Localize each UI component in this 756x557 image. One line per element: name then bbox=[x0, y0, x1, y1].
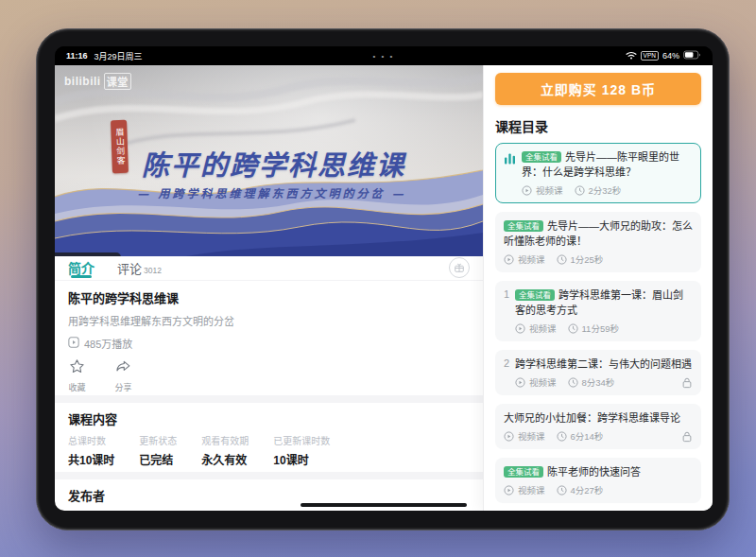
wifi-icon bbox=[626, 51, 637, 61]
episode-item[interactable]: 2 跨学科思维第二课：与伟大的问题相遇 视频课 8分34秒 bbox=[495, 350, 701, 395]
stat-update-status: 更新状态 已完结 bbox=[139, 433, 177, 467]
lock-icon bbox=[681, 376, 693, 389]
episode-meta: 视频课 8分34秒 bbox=[515, 375, 693, 389]
status-date: 3月29日周三 bbox=[94, 50, 143, 62]
publisher-title: 发布者 bbox=[68, 486, 470, 504]
trial-badge: 全集试看 bbox=[504, 466, 543, 478]
clock-icon bbox=[575, 185, 585, 196]
section-divider bbox=[55, 472, 483, 479]
multitask-dots-icon[interactable]: • • • bbox=[373, 52, 395, 61]
course-info: 陈平的跨学科思维课 用跨学科思维理解东西方文明的分岔 485万播放 bbox=[55, 281, 483, 395]
play-count-icon bbox=[68, 337, 79, 350]
favorite-button[interactable]: 收藏 bbox=[68, 357, 86, 393]
app-content: bilibili 课堂 眉山剑客 陈平的跨学科思维课 — 用跨学科思维理解东西方… bbox=[55, 65, 713, 511]
bilibili-wordmark: bilibili bbox=[64, 75, 101, 88]
episode-title: 大师兄的小灶加餐：跨学科思维课导论 bbox=[504, 410, 693, 426]
clock-icon bbox=[568, 377, 578, 388]
clock-icon bbox=[557, 431, 567, 442]
trial-badge: 全集试看 bbox=[515, 289, 555, 301]
episode-list: 全集试看先导片——陈平眼里的世界：什么是跨学科思维？ 视频课 2分32秒 bbox=[495, 143, 701, 511]
episode-title: 跨学科思维第二课：与伟大的问题相遇 bbox=[515, 357, 693, 372]
battery-icon bbox=[683, 50, 701, 61]
share-icon bbox=[114, 357, 132, 379]
catalog-title: 课程目录 bbox=[495, 116, 701, 135]
play-circle-icon bbox=[504, 485, 514, 496]
play-circle-icon bbox=[504, 254, 514, 265]
episode-item[interactable]: 大师兄的小灶加餐：跨学科思维课导论 视频课 6分14秒 bbox=[495, 404, 701, 449]
star-icon bbox=[68, 357, 86, 379]
course-content-title: 课程内容 bbox=[68, 409, 470, 427]
favorite-label: 收藏 bbox=[68, 381, 85, 393]
course-stats: 总课时数 共10课时 更新状态 已完结 观看有效期 永久有效 已更新课时数 bbox=[68, 433, 470, 467]
episode-item[interactable]: 全集试看陈平老师的快速问答 视频课 4分27秒 bbox=[495, 458, 701, 503]
episode-title: 全集试看陈平老师的快速问答 bbox=[504, 464, 693, 479]
play-circle-icon bbox=[504, 431, 514, 442]
episode-title: 全集试看先导片——大师兄的助攻：怎么听懂陈老师的课！ bbox=[504, 218, 693, 249]
episode-number: 2 bbox=[504, 357, 515, 389]
course-title: 陈平的跨学科思维课 bbox=[68, 288, 470, 306]
cover-subtitle: — 用跨学科思维理解东西方文明的分岔 — bbox=[74, 184, 470, 200]
trial-badge: 全集试看 bbox=[522, 151, 561, 163]
promo-badge-icon[interactable] bbox=[449, 257, 470, 278]
episode-item[interactable]: 全集试看先导片——大师兄的助攻：怎么听懂陈老师的课！ 视频课 1分25秒 bbox=[495, 212, 701, 272]
episode-title: 全集试看先导片——陈平眼里的世界：什么是跨学科思维？ bbox=[522, 149, 693, 180]
tab-bar: 简介 评论 3012 bbox=[55, 256, 483, 281]
play-circle-icon bbox=[515, 377, 525, 388]
share-label: 分享 bbox=[114, 381, 131, 393]
catalog-panel: 立即购买 128 B币 课程目录 全集试看先导片——陈平眼里的世界：什么是跨学科… bbox=[483, 65, 713, 511]
play-circle-icon bbox=[522, 185, 532, 196]
tab-comments-label: 评论 bbox=[117, 259, 142, 277]
status-time: 11:16 bbox=[66, 51, 88, 61]
episode-number: 1 bbox=[504, 287, 515, 335]
stat-updated-lessons: 已更新课时数 10课时 bbox=[273, 433, 330, 467]
episode-meta: 视频课 2分32秒 bbox=[522, 183, 693, 197]
episode-item[interactable]: 1 全集试看跨学科思维第一课：眉山剑客的思考方式 视频课 11分59秒 bbox=[495, 281, 701, 341]
course-subtitle: 用跨学科思维理解东西方文明的分岔 bbox=[68, 313, 470, 328]
home-indicator[interactable] bbox=[301, 503, 467, 507]
tab-intro[interactable]: 简介 bbox=[68, 256, 94, 280]
ketang-box: 课堂 bbox=[104, 73, 131, 90]
battery-percent: 64% bbox=[662, 51, 679, 61]
cover-title: 陈平的跨学科思维课 bbox=[93, 143, 455, 183]
play-circle-icon bbox=[515, 323, 525, 334]
now-playing-icon bbox=[504, 151, 516, 197]
episode-meta: 视频课 4分27秒 bbox=[504, 483, 693, 496]
clock-icon bbox=[568, 323, 578, 334]
trial-badge: 全集试看 bbox=[504, 220, 543, 232]
episode-meta: 视频课 6分14秒 bbox=[504, 429, 693, 443]
episode-meta: 视频课 1分25秒 bbox=[504, 252, 693, 266]
buy-button[interactable]: 立即购买 128 B币 bbox=[495, 73, 701, 105]
left-column: bilibili 课堂 眉山剑客 陈平的跨学科思维课 — 用跨学科思维理解东西方… bbox=[55, 65, 483, 511]
clock-icon bbox=[557, 254, 567, 265]
play-count-text: 485万播放 bbox=[84, 336, 132, 351]
stat-validity: 观看有效期 永久有效 bbox=[201, 433, 249, 467]
clock-icon bbox=[557, 485, 567, 496]
course-content-section: 课程内容 总课时数 共10课时 更新状态 已完结 观看有效期 永久有效 bbox=[55, 403, 483, 472]
course-cover-image: bilibili 课堂 眉山剑客 陈平的跨学科思维课 — 用跨学科思维理解东西方… bbox=[55, 65, 483, 256]
section-divider bbox=[55, 395, 483, 403]
stat-total-lessons: 总课时数 共10课时 bbox=[68, 433, 114, 467]
ipad-screen: 11:16 3月29日周三 • • • VPN 64% bbox=[55, 46, 713, 511]
share-button[interactable]: 分享 bbox=[114, 357, 132, 393]
tab-comments[interactable]: 评论 3012 bbox=[117, 259, 162, 277]
episode-meta: 视频课 11分59秒 bbox=[515, 322, 693, 335]
lock-icon bbox=[681, 430, 693, 443]
episode-title: 全集试看跨学科思维第一课：眉山剑客的思考方式 bbox=[515, 287, 693, 318]
bilibili-logo: bilibili 课堂 bbox=[64, 73, 131, 90]
episode-item-current[interactable]: 全集试看先导片——陈平眼里的世界：什么是跨学科思维？ 视频课 2分32秒 bbox=[495, 143, 701, 203]
action-row: 收藏 分享 bbox=[68, 357, 470, 393]
vpn-badge: VPN bbox=[641, 51, 659, 61]
ipad-frame: 11:16 3月29日周三 • • • VPN 64% bbox=[36, 28, 730, 531]
tab-comments-count: 3012 bbox=[144, 266, 162, 275]
status-bar: 11:16 3月29日周三 • • • VPN 64% bbox=[55, 46, 713, 65]
play-count: 485万播放 bbox=[68, 336, 470, 351]
